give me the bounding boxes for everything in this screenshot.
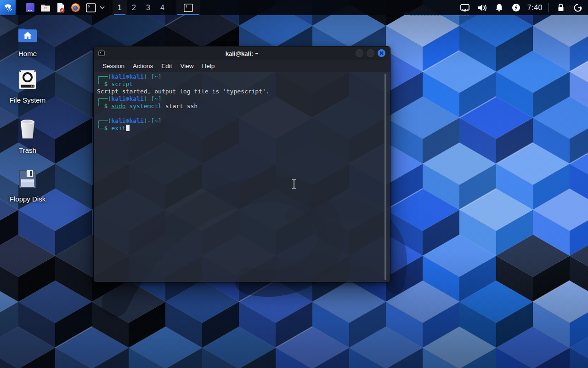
logout-icon (573, 3, 582, 12)
close-icon (379, 51, 384, 55)
power-lightning-icon (512, 3, 520, 12)
volume-icon (477, 4, 487, 12)
panel-separator (173, 3, 173, 12)
menu-edit[interactable]: Edit (157, 62, 176, 70)
file-manager-icon (40, 2, 51, 13)
launcher-file-manager[interactable] (38, 0, 53, 15)
launcher-text-editor[interactable] (53, 0, 68, 15)
terminal-line: ┌──(kali⊛kali)-[~] (97, 73, 380, 80)
terminal-line: └─$ exit (97, 125, 380, 132)
workspace-1[interactable]: 1 (113, 0, 127, 15)
menu-help[interactable]: Help (198, 62, 219, 70)
workspace-3[interactable]: 3 (141, 0, 155, 15)
desktop-icon-file-system[interactable]: File System (6, 70, 50, 104)
terminal-line: ┌──(kali⊛kali)-[~] (97, 117, 380, 125)
launcher-files-app[interactable] (23, 0, 38, 15)
home-folder-icon (17, 27, 38, 43)
menu-session[interactable]: Session (98, 62, 129, 70)
taskbar-terminal-window-button[interactable]: $_ (176, 0, 200, 15)
terminal-icon: $_ (85, 2, 96, 13)
tray-power-button[interactable] (508, 0, 525, 15)
desktop-icon-label: File System (6, 96, 50, 104)
terminal-line: └─$ sudo systemctl start ssh (97, 103, 380, 110)
terminal-line: Script started, output log file is 'type… (97, 88, 380, 95)
window-titlebar[interactable]: $ kali@kali: ~ (94, 46, 390, 60)
desktop-icon-label: Home (6, 50, 50, 58)
terminal-line: ┌──(kali⊛kali)-[~] (97, 95, 380, 103)
desktop-icon-trash[interactable]: Trash (6, 119, 50, 154)
panel-separator (548, 3, 549, 12)
svg-text:$_: $_ (186, 5, 190, 8)
panel-separator (109, 3, 109, 12)
close-button[interactable] (378, 49, 385, 57)
menu-view[interactable]: View (176, 62, 198, 70)
top-panel: $_ 1 2 3 4 $_ (0, 0, 588, 15)
launcher-firefox[interactable] (68, 0, 83, 15)
desktop-icon-label: Floppy Disk (6, 195, 50, 203)
files-app-icon (25, 2, 35, 13)
svg-text:$: $ (100, 52, 101, 54)
tray-logout-button[interactable] (569, 0, 586, 15)
minimize-button[interactable] (356, 49, 363, 57)
terminal-line: └─$ script (97, 80, 380, 88)
tray-volume-button[interactable] (474, 0, 491, 15)
terminal-scrollbar[interactable] (384, 74, 386, 280)
terminal-content[interactable]: ┌──(kali⊛kali)-[~]└─$ scriptScript start… (94, 72, 390, 282)
terminal-line (97, 110, 380, 117)
maximize-button[interactable] (367, 49, 374, 57)
clock[interactable]: 7:40 (525, 0, 545, 15)
network-icon (460, 4, 470, 12)
tray-network-button[interactable] (457, 0, 474, 15)
tray-lock-button[interactable] (552, 0, 569, 15)
desktop-icon-label: Trash (6, 146, 50, 154)
panel-separator (19, 3, 19, 12)
terminal-glyph-icon: $ (98, 50, 105, 57)
notifications-bell-icon (495, 3, 503, 12)
window-title: kali@kali: ~ (226, 50, 259, 57)
workspace-4[interactable]: 4 (155, 0, 170, 15)
trash-bin-icon (18, 119, 37, 140)
floppy-disk-icon (18, 169, 37, 189)
terminal-icon: $_ (183, 3, 193, 13)
window-menubar: Session Actions Edit View Help (94, 60, 390, 72)
tray-notifications-button[interactable] (491, 0, 508, 15)
hard-drive-icon (19, 70, 36, 90)
desktop-icon-floppy-disk[interactable]: Floppy Disk (6, 169, 50, 203)
firefox-icon (70, 2, 81, 13)
terminal-window: $ kali@kali: ~ Session Actions Edit View… (93, 46, 390, 282)
desktop-icon-home[interactable]: Home (6, 27, 50, 58)
lock-icon (557, 3, 565, 12)
terminal-dropdown-chevron[interactable] (98, 0, 106, 15)
launcher-terminal[interactable]: $_ (83, 0, 98, 15)
svg-text:$_: $_ (88, 4, 92, 8)
terminal-text-cursor (126, 125, 130, 131)
chevron-down-icon (100, 6, 105, 9)
menu-actions[interactable]: Actions (129, 62, 157, 70)
kali-menu-button[interactable] (0, 0, 16, 15)
text-editor-icon (55, 2, 66, 13)
kali-logo-icon (2, 2, 13, 13)
workspace-2[interactable]: 2 (127, 0, 141, 15)
